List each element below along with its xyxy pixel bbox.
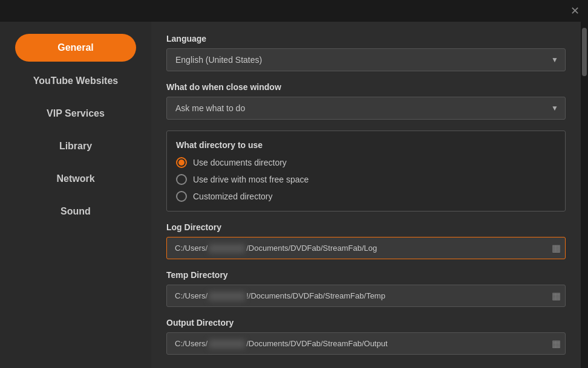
sidebar-item-library[interactable]: Library — [0, 130, 151, 163]
directory-radio-group: Use documents directory Use drive with m… — [176, 157, 556, 202]
temp-directory-input[interactable] — [166, 285, 566, 307]
output-directory-input[interactable] — [166, 332, 566, 355]
radio-label-drive: Use drive with most free space — [193, 175, 309, 184]
output-directory-browse-button[interactable]: ▦ — [552, 338, 561, 349]
temp-directory-input-wrapper: C:/Users/!/Documents/DVDFab/StreamFab/Te… — [166, 285, 566, 307]
radio-dot-documents — [178, 160, 185, 166]
close-window-label: What do when close window — [166, 82, 566, 92]
close-window-select[interactable]: Ask me what to do — [166, 97, 566, 120]
output-directory-input-wrapper: C:/Users//Documents/DVDFab/StreamFab/Out… — [166, 332, 566, 355]
sidebar-item-vip-services[interactable]: VIP Services — [0, 97, 151, 130]
log-directory-section: Log Directory C:/Users//Documents/DVDFab… — [166, 222, 566, 259]
close-window-select-wrapper: Ask me what to do ▼ — [166, 97, 566, 120]
language-select[interactable]: English (United States) — [166, 48, 566, 71]
output-directory-section: Output Directory C:/Users//Documents/DVD… — [166, 318, 566, 355]
sidebar-item-general[interactable]: General — [15, 34, 136, 62]
radio-circle-customized — [176, 191, 187, 202]
main-content: General YouTube Websites VIP Services Li… — [0, 22, 588, 368]
settings-dialog: ✕ General YouTube Websites VIP Services … — [0, 0, 588, 368]
sidebar-item-network[interactable]: Network — [0, 163, 151, 195]
sidebar: General YouTube Websites VIP Services Li… — [0, 22, 151, 368]
log-directory-browse-button[interactable]: ▦ — [552, 242, 561, 254]
temp-directory-label: Temp Directory — [166, 270, 566, 280]
temp-directory-section: Temp Directory C:/Users/!/Documents/DVDF… — [166, 270, 566, 307]
directory-type-box: What directory to use Use documents dire… — [166, 131, 566, 211]
radio-customized[interactable]: Customized directory — [176, 191, 556, 202]
radio-use-documents[interactable]: Use documents directory — [176, 157, 556, 168]
temp-directory-browse-button[interactable]: ▦ — [552, 290, 561, 302]
sidebar-item-youtube-websites[interactable]: YouTube Websites — [0, 65, 151, 97]
title-bar: ✕ — [0, 0, 588, 22]
scrollbar-track — [581, 22, 588, 368]
scrollbar-thumb[interactable] — [582, 28, 587, 76]
radio-label-documents: Use documents directory — [193, 158, 287, 167]
language-section: Language English (United States) ▼ — [166, 34, 566, 71]
language-select-wrapper: English (United States) ▼ — [166, 48, 566, 71]
log-directory-input[interactable] — [166, 237, 566, 259]
close-button[interactable]: ✕ — [567, 4, 582, 18]
radio-use-drive[interactable]: Use drive with most free space — [176, 174, 556, 185]
radio-circle-documents — [176, 157, 187, 168]
radio-label-customized: Customized directory — [193, 192, 273, 201]
directory-box-title: What directory to use — [176, 140, 556, 150]
right-panel: Language English (United States) ▼ What … — [151, 22, 581, 368]
language-label: Language — [166, 34, 566, 44]
log-directory-input-wrapper: C:/Users//Documents/DVDFab/StreamFab/Log… — [166, 237, 566, 259]
output-directory-label: Output Directory — [166, 318, 566, 328]
sidebar-item-sound[interactable]: Sound — [0, 195, 151, 228]
radio-circle-drive — [176, 174, 187, 185]
close-window-section: What do when close window Ask me what to… — [166, 82, 566, 120]
log-directory-label: Log Directory — [166, 222, 566, 232]
